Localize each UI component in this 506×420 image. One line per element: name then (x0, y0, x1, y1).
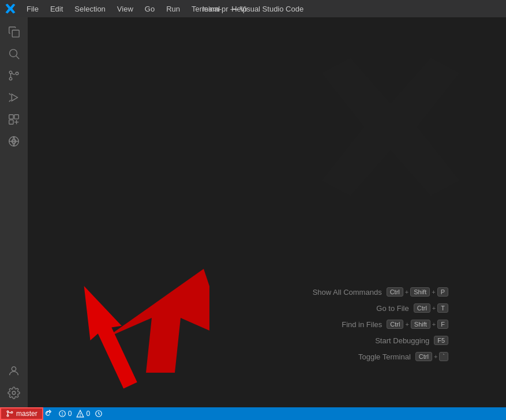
extensions-icon (8, 113, 20, 126)
svg-rect-6 (9, 115, 13, 119)
svg-point-19 (11, 411, 13, 413)
search-activity-icon[interactable] (4, 44, 24, 63)
svg-point-22 (62, 415, 62, 415)
shortcut-keys-show-commands: Ctrl + Shift + P (387, 287, 448, 297)
shortcut-go-to-file: Go to File Ctrl + T (376, 303, 448, 313)
plus-4: + (405, 321, 408, 328)
sync-button[interactable] (43, 407, 56, 420)
kbd-shift-1: Shift (410, 287, 430, 297)
warnings-button[interactable]: 0 (74, 407, 92, 420)
plus-6: + (434, 353, 437, 360)
svg-point-12 (12, 367, 16, 371)
branch-name: master (16, 410, 38, 418)
svg-point-13 (12, 391, 16, 395)
warning-count: 0 (86, 410, 90, 418)
svg-rect-7 (14, 115, 18, 119)
menu-selection[interactable]: Selection (69, 2, 111, 16)
shortcut-find-in-files: Find in Files Ctrl + Shift + F (342, 320, 448, 329)
shortcut-toggle-terminal: Toggle Terminal Ctrl + ` (358, 352, 448, 361)
svg-point-3 (9, 71, 12, 74)
shortcuts-panel: Show All Commands Ctrl + Shift + P Go to… (313, 287, 448, 361)
red-arrow (59, 257, 209, 384)
run-debug-icon (8, 91, 20, 104)
kbd-p: P (437, 287, 448, 297)
shortcut-start-debugging: Start Debugging F5 (375, 336, 448, 345)
copy-icon (8, 25, 20, 38)
errors-button[interactable]: 0 (56, 407, 74, 420)
shortcut-label-go-to-file: Go to File (376, 304, 408, 313)
kbd-ctrl-2: Ctrl (414, 303, 430, 313)
shortcut-keys-find-in-files: Ctrl + Shift + F (387, 320, 448, 329)
shortcut-show-commands: Show All Commands Ctrl + Shift + P (313, 287, 448, 297)
titlebar: File Edit Selection View Go Run Terminal… (0, 0, 506, 17)
svg-point-18 (7, 415, 9, 417)
accounts-icon (8, 365, 20, 377)
remote-icon (8, 135, 20, 148)
warning-icon (76, 410, 84, 418)
svg-rect-0 (12, 30, 19, 37)
kbd-t: T (437, 303, 448, 313)
activity-bar-bottom (4, 361, 24, 407)
plus-1: + (405, 288, 408, 295)
activity-bar (0, 17, 28, 407)
plus-3: + (432, 305, 436, 312)
kbd-ctrl-1: Ctrl (387, 287, 403, 297)
status-bar: master 0 0 (0, 407, 506, 420)
menu-view[interactable]: View (111, 2, 139, 16)
menu-run[interactable]: Run (160, 2, 186, 16)
menu-edit[interactable]: Edit (44, 2, 69, 16)
settings-activity-icon[interactable] (4, 383, 24, 403)
error-icon (58, 410, 66, 418)
sync-icon (46, 410, 54, 418)
explorer-activity-icon[interactable] (4, 22, 24, 42)
kbd-f5: F5 (434, 336, 448, 345)
git-branch-button[interactable]: master (0, 407, 43, 420)
error-count: 0 (68, 410, 72, 418)
shortcut-label-start-debugging: Start Debugging (375, 336, 429, 345)
kbd-ctrl-3: Ctrl (387, 320, 403, 329)
svg-point-24 (80, 415, 81, 416)
shortcut-label-toggle-terminal: Toggle Terminal (358, 352, 411, 361)
source-control-icon (8, 69, 20, 82)
svg-point-4 (9, 77, 12, 80)
kbd-backtick: ` (439, 352, 448, 361)
main-layout: Show All Commands Ctrl + Shift + P Go to… (0, 17, 506, 407)
extensions-activity-icon[interactable] (4, 110, 24, 129)
accounts-activity-icon[interactable] (4, 361, 24, 381)
svg-point-1 (10, 50, 17, 57)
window-title: learn-pr — Visual Studio Code (203, 5, 303, 13)
source-control-activity-icon[interactable] (4, 66, 24, 85)
editor-area: Show All Commands Ctrl + Shift + P Go to… (28, 17, 506, 407)
svg-line-2 (16, 56, 19, 59)
shortcut-label-show-commands: Show All Commands (313, 288, 382, 297)
menu-go[interactable]: Go (139, 2, 160, 16)
svg-point-5 (16, 72, 18, 75)
plus-2: + (432, 288, 435, 295)
git-branch-icon (6, 410, 14, 418)
kbd-f: F (437, 320, 448, 329)
status-bar-left: master 0 0 (0, 407, 105, 420)
history-icon (95, 410, 103, 418)
kbd-ctrl-4: Ctrl (415, 352, 432, 361)
menu-file[interactable]: File (21, 2, 44, 16)
run-activity-icon[interactable] (4, 88, 24, 107)
plus-5: + (432, 321, 436, 328)
svg-rect-8 (9, 120, 13, 124)
vscode-watermark (310, 46, 471, 210)
shortcut-keys-go-to-file: Ctrl + T (414, 303, 448, 313)
remote-activity-icon[interactable] (4, 132, 24, 151)
kbd-shift-2: Shift (411, 320, 430, 329)
vscode-logo-icon (5, 3, 16, 14)
history-button[interactable] (92, 407, 105, 420)
shortcut-keys-toggle-terminal: Ctrl + ` (415, 352, 448, 361)
search-icon (8, 47, 20, 60)
shortcut-label-find-in-files: Find in Files (342, 320, 382, 329)
svg-marker-16 (106, 269, 209, 373)
settings-gear-icon (8, 387, 20, 399)
shortcut-keys-start-debugging: F5 (434, 336, 448, 345)
